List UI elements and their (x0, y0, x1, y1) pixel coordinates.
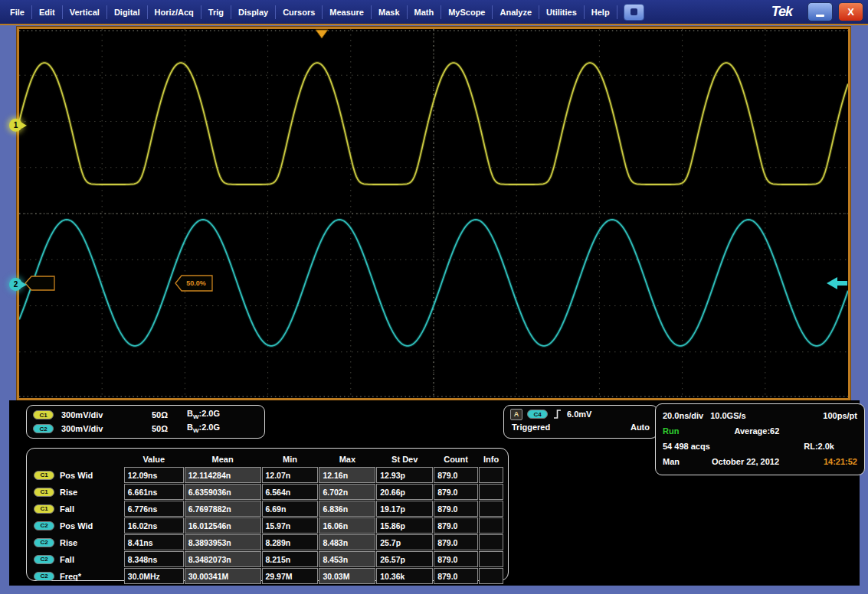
waveform-display: 50.0% 1 2 (17, 27, 850, 400)
menu-item-help[interactable]: Help (585, 5, 617, 19)
cell-info (479, 517, 503, 534)
minimize-button[interactable] (807, 2, 833, 21)
column-header-min: Min (262, 452, 319, 466)
menu-item-display[interactable]: Display (231, 5, 276, 19)
ch2-position-marker[interactable]: 2 (9, 278, 22, 291)
measurement-row: C1Pos Wid12.09ns12.114284n12.07n12.16n12… (31, 467, 504, 483)
close-icon: X (847, 7, 854, 17)
cell-max: 30.03M (319, 568, 375, 584)
cell-stdev: 19.17p (376, 501, 433, 517)
menu-item-digital[interactable]: Digital (107, 5, 148, 19)
cell-min: 6.69n (262, 501, 319, 517)
acq-mode: Man (663, 457, 680, 466)
ch1-scale: 300mV/div (61, 410, 152, 419)
measurement-label: C1Rise (31, 484, 124, 500)
trigger-level-tag: 50.0% (175, 276, 212, 291)
measurement-row: C1Fall6.776ns6.7697882n6.69n6.836n19.17p… (31, 501, 504, 517)
cell-stdev: 26.57p (376, 551, 433, 567)
menu-item-horizacq[interactable]: Horiz/Acq (148, 5, 201, 19)
rising-edge-icon (552, 408, 562, 420)
menu-item-analyze[interactable]: Analyze (493, 5, 539, 19)
cell-value: 12.09ns (124, 467, 184, 483)
cell-max: 16.06n (319, 517, 375, 534)
measurement-row: C2Rise8.41ns8.3893953n8.289n8.483n25.7p8… (31, 534, 504, 550)
measurement-name: Fall (60, 555, 74, 564)
ch2-readout-row: C2 300mV/div 50Ω BW:2.0G (33, 423, 258, 434)
column-header-max: Max (319, 452, 375, 466)
acq-count-row: 54 498 acqs RL:2.0k (663, 439, 857, 454)
menu-item-file[interactable]: File (3, 5, 32, 19)
trigger-readout[interactable]: A C4 6.0mV Triggered Auto (503, 405, 658, 439)
cell-count: 879.0 (434, 467, 478, 483)
cell-mean: 6.7697882n (185, 501, 261, 517)
acq-state-row: Run Average:62 (663, 423, 857, 439)
channel-badge: C1 (34, 488, 54, 497)
ch1-position-marker[interactable]: 1 (9, 119, 22, 132)
timebase-scale: 20.0ns/div (663, 411, 703, 420)
cell-max: 6.702n (319, 484, 375, 500)
trigger-mode: Auto (631, 423, 650, 432)
cell-min: 15.97n (262, 517, 319, 534)
sample-rate: 10.0GS/s (710, 411, 745, 420)
ch1-impedance: 50Ω (152, 410, 187, 419)
menu-item-edit[interactable]: Edit (32, 5, 63, 19)
menu-item-myscope[interactable]: MyScope (441, 5, 493, 19)
ch2-marker-arrow-icon (21, 282, 27, 288)
ch2-bandwidth: BW:2.0G (187, 423, 220, 434)
horizontal-acquisition-readout[interactable]: 20.0ns/div 10.0GS/s 100ps/pt Run Average… (655, 403, 865, 475)
minimize-icon (816, 15, 824, 17)
menu-bar: FileEditVerticalDigitalHoriz/AcqTrigDisp… (0, 0, 868, 25)
trigger-level-marker[interactable] (827, 277, 847, 289)
cell-mean: 6.6359036n (185, 484, 261, 500)
cell-info (479, 568, 503, 584)
channel-badge: C1 (34, 504, 54, 514)
trigger-position-marker[interactable] (316, 30, 328, 38)
menu-overflow-button[interactable] (624, 4, 644, 21)
menu-item-cursors[interactable]: Cursors (276, 5, 323, 19)
dropdown-icon (631, 8, 637, 15)
tek-logo: Tek (771, 4, 792, 20)
menu-item-mask[interactable]: Mask (372, 5, 408, 19)
measurement-label: C1Fall (31, 501, 124, 517)
cell-mean: 16.012546n (185, 517, 261, 534)
cell-value: 8.348ns (124, 551, 184, 567)
ch1-waveform-glow (19, 63, 848, 184)
cell-info (479, 501, 503, 517)
cell-mean: 30.00341M (185, 568, 261, 584)
cell-count: 879.0 (434, 517, 478, 534)
measurement-name: Rise (60, 488, 77, 497)
measurement-table: ValueMeanMinMaxSt DevCountInfo C1Pos Wid… (26, 448, 509, 581)
column-header-stdev: St Dev (376, 452, 433, 466)
cell-value: 6.661ns (124, 484, 184, 500)
cell-mean: 8.3482073n (185, 551, 261, 567)
menu-item-math[interactable]: Math (408, 5, 442, 19)
channel-readouts[interactable]: C1 300mV/div 50Ω BW:2.0G C2 300mV/div 50… (26, 405, 265, 439)
cell-count: 879.0 (434, 551, 478, 567)
sample-resolution: 100ps/pt (823, 411, 857, 420)
ch1-readout-row: C1 300mV/div 50Ω BW:2.0G (33, 409, 258, 420)
ch1-marker-arrow-icon (21, 122, 27, 129)
close-button[interactable]: X (838, 2, 863, 21)
date-row: Man October 22, 2012 14:21:52 (663, 454, 857, 469)
cell-count: 879.0 (434, 534, 478, 550)
cell-stdev: 15.86p (376, 517, 433, 534)
column-header-mean: Mean (185, 452, 261, 466)
cell-max: 8.453n (319, 551, 375, 567)
channel-badge: C2 (34, 521, 54, 530)
ch2-reference-tag (25, 276, 54, 290)
cell-count: 879.0 (434, 501, 478, 517)
header-spacer (31, 452, 124, 466)
trigger-a-event-icon: A (510, 409, 522, 420)
trigger-level-value: 6.0mV (567, 410, 591, 419)
menu-item-vertical[interactable]: Vertical (63, 5, 107, 19)
menu-item-trig[interactable]: Trig (201, 5, 231, 19)
graticule: 50.0% (19, 29, 848, 398)
ch1-marker-label: 1 (14, 121, 18, 129)
menu-item-measure[interactable]: Measure (323, 5, 372, 19)
cell-mean: 12.114284n (185, 467, 261, 483)
measurement-name: Pos Wid (60, 471, 93, 480)
acquisition-count: 54 498 acqs (663, 442, 710, 451)
menu-item-utilities[interactable]: Utilities (539, 5, 585, 19)
readout-panel: C1 300mV/div 50Ω BW:2.0G C2 300mV/div 50… (9, 400, 860, 586)
cell-value: 30.0MHz (124, 568, 184, 584)
